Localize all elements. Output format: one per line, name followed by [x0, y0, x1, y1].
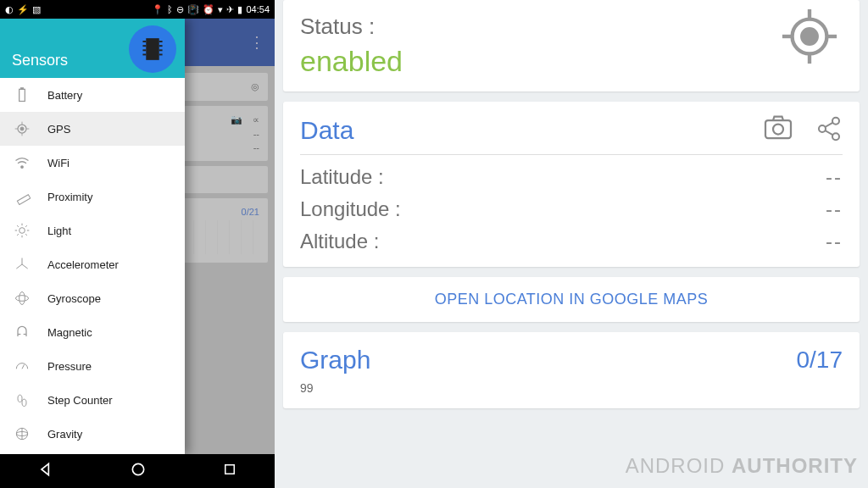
camera-icon[interactable]	[763, 115, 793, 146]
svg-point-36	[18, 395, 22, 402]
sidebar-item-label: Light	[47, 225, 71, 237]
back-icon[interactable]	[37, 461, 54, 481]
app-area: ⋮ ◎ 📷 ∝ -- -- MAPS 0/21	[0, 19, 275, 454]
gps-target-icon: ◎	[251, 81, 259, 92]
svg-line-29	[16, 264, 22, 269]
sidebar-item-label: Proximity	[47, 191, 92, 203]
sidebar-item-light[interactable]: Light	[0, 214, 185, 247]
sidebar-item-stepcounter[interactable]: Step Counter	[0, 383, 185, 417]
svg-point-19	[19, 228, 25, 234]
sidebar-item-proximity[interactable]: Proximity	[0, 180, 185, 214]
sidebar-item-gravity[interactable]: Gravity	[0, 417, 185, 451]
svg-line-24	[17, 225, 19, 227]
sidebar-item-label: Accelerometer	[47, 258, 119, 271]
chip-icon	[129, 25, 176, 73]
svg-rect-45	[225, 465, 234, 474]
gps-target-icon	[780, 7, 839, 66]
airplane-icon: ✈	[226, 4, 234, 15]
status-bar: ◐ ⚡ ▧ 📍 ᛒ ⊖ 📳 ⏰ ▾ ✈ ▮ 04:54	[0, 0, 275, 19]
overflow-icon[interactable]: ⋮	[249, 33, 264, 52]
dnd-icon: ⊖	[176, 4, 184, 15]
status-value: enabled	[300, 45, 403, 78]
image-icon: ▧	[32, 4, 41, 15]
data-card: Data Latitude : -- Longitude : -- Altitu…	[283, 102, 860, 267]
svg-line-35	[22, 364, 25, 369]
svg-point-12	[20, 127, 24, 130]
status-label: Status :	[300, 14, 403, 40]
data-row-altitude: Altitude : --	[300, 230, 843, 253]
svg-point-44	[132, 463, 143, 474]
svg-point-56	[832, 133, 839, 140]
svg-line-57	[825, 123, 832, 127]
vibrate-icon: 📳	[187, 4, 199, 15]
wifi-outline-icon	[14, 154, 31, 171]
data-row-label: Altitude :	[300, 230, 379, 253]
svg-point-54	[832, 118, 839, 125]
data-title: Data	[300, 116, 353, 145]
data-row-value: --	[826, 165, 843, 189]
drawer-list: Battery GPS WiFi Proximity Light	[0, 78, 185, 454]
nav-drawer: Sensors Battery GPS WiFi	[0, 19, 185, 454]
svg-point-47	[802, 29, 817, 44]
sidebar-item-label: WiFi	[47, 157, 70, 169]
sidebar-item-gyroscope[interactable]: Gyroscope	[0, 281, 185, 315]
svg-point-53	[773, 125, 783, 135]
svg-rect-9	[19, 89, 25, 101]
sidebar-item-label: Gyroscope	[47, 292, 101, 305]
svg-line-27	[25, 225, 27, 227]
svg-line-25	[25, 234, 27, 236]
gps-icon	[14, 120, 31, 137]
gyroscope-icon	[14, 290, 31, 307]
svg-point-32	[19, 292, 25, 305]
svg-rect-10	[20, 88, 23, 90]
home-icon[interactable]	[130, 461, 147, 481]
open-maps-button[interactable]: OPEN LOCATION IN GOOGLE MAPS	[283, 277, 860, 322]
status-time: 04:54	[246, 4, 270, 14]
sidebar-item-battery[interactable]: Battery	[0, 78, 185, 112]
battery-outline-icon	[14, 86, 31, 103]
status-icons-left: ◐ ⚡ ▧	[5, 4, 41, 15]
data-row-value: --	[826, 197, 843, 221]
svg-line-58	[825, 130, 832, 135]
svg-point-55	[819, 125, 826, 132]
sidebar-item-accelerometer[interactable]: Accelerometer	[0, 247, 185, 281]
sidebar-item-wifi[interactable]: WiFi	[0, 146, 185, 180]
svg-rect-0	[146, 38, 159, 60]
axes-icon	[14, 256, 31, 273]
share-icon[interactable]: ∝	[253, 114, 259, 125]
data-row-latitude: Latitude : --	[300, 165, 843, 189]
graph-tick-label: 99	[300, 381, 843, 395]
sidebar-item-magnetic[interactable]: Magnetic	[0, 315, 185, 349]
sidebar-item-linear[interactable]: Linear Acceleration	[0, 451, 185, 454]
sidebar-item-label: Pressure	[47, 360, 92, 373]
magnet-icon	[14, 324, 31, 341]
status-icons-right: 📍 ᛒ ⊖ 📳 ⏰ ▾ ✈ ▮ 04:54	[152, 4, 270, 15]
wifi-icon: ▾	[218, 4, 223, 15]
sun-icon	[14, 222, 31, 239]
circle-icon: ◐	[5, 4, 14, 15]
svg-rect-52	[765, 120, 791, 138]
phone-right-panel: Status : enabled Data Latitude : -- Long…	[275, 0, 868, 488]
svg-point-37	[22, 399, 26, 406]
android-nav-bar	[0, 454, 275, 488]
sidebar-item-label: Battery	[47, 89, 82, 102]
sidebar-item-label: Magnetic	[47, 326, 92, 339]
watermark: ANDROID AUTHORITY	[626, 454, 858, 478]
svg-line-26	[17, 234, 19, 236]
sidebar-item-pressure[interactable]: Pressure	[0, 349, 185, 383]
svg-point-31	[16, 296, 29, 302]
svg-point-17	[21, 166, 24, 169]
drawer-title: Sensors	[12, 52, 68, 69]
data-row-longitude: Longitude : --	[300, 197, 843, 221]
graph-card: Graph 0/17 99	[283, 332, 860, 408]
sidebar-item-label: Gravity	[47, 428, 82, 441]
drawer-header: Sensors	[0, 19, 185, 78]
svg-rect-18	[17, 195, 30, 205]
globe-icon	[14, 425, 31, 442]
share-icon[interactable]	[815, 115, 843, 146]
camera-icon[interactable]: 📷	[231, 114, 242, 125]
graph-counter: 0/17	[797, 347, 843, 374]
sidebar-item-gps[interactable]: GPS	[0, 112, 185, 146]
bluetooth-icon: ᛒ	[167, 4, 173, 14]
recent-icon[interactable]	[222, 462, 237, 480]
